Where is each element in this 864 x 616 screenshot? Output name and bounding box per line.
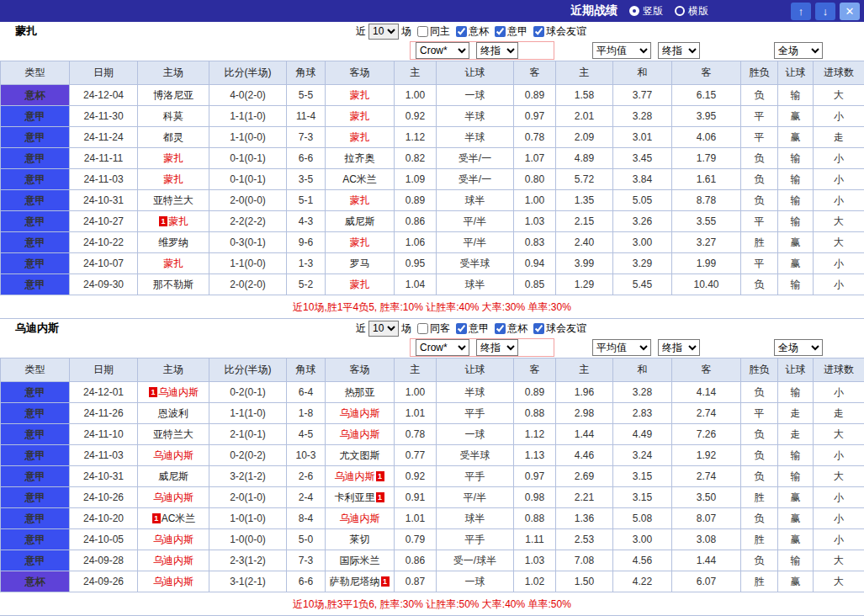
date-cell: 24-10-22	[70, 232, 138, 253]
match-count-select[interactable]: 10	[368, 24, 399, 40]
filter-cup[interactable]: 意杯	[456, 24, 489, 39]
move-up-button[interactable]: ↑	[791, 3, 811, 20]
filter-league[interactable]: 意甲	[495, 24, 527, 39]
score-cell: 2-0(1-0)	[209, 487, 287, 508]
filter-checkbox[interactable]	[495, 323, 506, 334]
asia-home-odds-cell: 0.92	[395, 466, 437, 487]
handicap-result-cell: 输	[778, 190, 814, 211]
euro-away-odds-cell: 10.40	[672, 274, 741, 295]
filter-friendly[interactable]: 球会友谊	[533, 321, 586, 336]
titlebar-buttons: ↑ ↓ ✕	[791, 3, 860, 20]
column-header: 让球	[778, 358, 814, 382]
asia-away-odds-cell: 0.89	[514, 382, 556, 403]
red-card-icon: 1	[376, 492, 384, 502]
layout-vertical-option[interactable]: 竖版	[629, 4, 663, 19]
matches-label: 场	[401, 321, 411, 336]
column-header: 主	[395, 358, 437, 382]
asia-away-odds-cell: 0.85	[514, 274, 556, 295]
column-header: 主	[556, 358, 613, 382]
match-row: 意甲24-10-22维罗纳0-3(0-1)9-6蒙扎1.06平/半0.832.4…	[1, 232, 864, 253]
asia-final-odds-select[interactable]: 终指	[476, 339, 518, 356]
filter-checkbox[interactable]	[456, 323, 467, 334]
result-cell: 负	[741, 445, 778, 466]
filter-cup[interactable]: 意杯	[495, 321, 527, 336]
match-count-select[interactable]: 10	[368, 321, 399, 337]
filter-checkbox[interactable]	[495, 26, 506, 37]
column-header: 主场	[138, 358, 209, 382]
results-table: 类型日期主场比分(半场)角球客场主让球客主和客胜负让球进球数 意甲24-12-0…	[0, 358, 864, 592]
team-cell: 1乌迪内斯	[138, 382, 209, 403]
euro-draw-odds-cell: 3.28	[613, 382, 672, 403]
filter-checkbox[interactable]	[417, 323, 428, 334]
summary-row: 近10场,胜1平4负5, 胜率:10% 让胜率:40% 大率:30% 单率:30…	[0, 295, 864, 319]
euro-draw-odds-cell: 4.56	[613, 550, 672, 571]
filter-checkbox[interactable]	[533, 26, 544, 37]
score-cell: 4-0(2-0)	[209, 85, 287, 106]
match-scope-select[interactable]: 全场	[774, 42, 823, 59]
results-body: 意杯24-12-04博洛尼亚4-0(2-0)5-5蒙扎1.00一球0.891.5…	[1, 85, 864, 295]
euro-away-odds-cell: 1.99	[672, 253, 741, 274]
filter-checkbox[interactable]	[417, 26, 428, 37]
filter-group: 近 10 场 同主 意杯 意甲 球会友谊	[356, 22, 586, 40]
euro-final-odds-select[interactable]: 终指	[658, 42, 700, 59]
euro-home-odds-cell: 2.98	[556, 403, 613, 424]
handicap-result-cell: 输	[778, 382, 814, 403]
filter-league[interactable]: 意甲	[456, 321, 489, 336]
result-cell: 胜	[741, 571, 778, 592]
goals-result-cell: 小	[814, 253, 864, 274]
handicap-result-cell: 赢	[778, 106, 814, 127]
column-header: 类型	[1, 61, 70, 85]
result-cell: 负	[741, 424, 778, 445]
euro-home-odds-cell: 1.29	[556, 274, 613, 295]
asia-home-odds-cell: 1.01	[395, 508, 437, 529]
move-down-button[interactable]: ↓	[815, 3, 835, 20]
title-group: 近期战绩 竖版 横版	[570, 3, 720, 19]
results-table: 类型日期主场比分(半场)角球客场主让球客主和客胜负让球进球数 意杯24-12-0…	[0, 61, 864, 295]
team-name: 威尼斯	[158, 470, 188, 482]
goals-result-cell: 小	[814, 508, 864, 529]
euro-home-odds-cell: 2.01	[556, 106, 613, 127]
team-cell: AC米兰	[326, 169, 395, 190]
asia-home-odds-cell: 1.06	[395, 232, 437, 253]
asia-handicap-cell: 受半/一	[437, 148, 514, 169]
odds-company-select[interactable]: Crow*	[416, 42, 469, 59]
team-cell: 尤文图斯	[326, 445, 395, 466]
score-cell: 2-0(0-0)	[209, 190, 287, 211]
goals-result-cell: 小	[814, 445, 864, 466]
euro-home-odds-cell: 1.58	[556, 85, 613, 106]
filter-friendly[interactable]: 球会友谊	[533, 24, 586, 39]
date-cell: 24-11-11	[70, 148, 138, 169]
odds-company-select[interactable]: Crow*	[416, 339, 469, 356]
window-title: 近期战绩	[570, 3, 618, 19]
match-row: 意杯24-12-04博洛尼亚4-0(2-0)5-5蒙扎1.00一球0.891.5…	[1, 85, 864, 106]
date-cell: 24-10-20	[70, 508, 138, 529]
column-header: 进球数	[814, 61, 864, 85]
layout-horizontal-option[interactable]: 横版	[675, 4, 708, 19]
match-scope-select[interactable]: 全场	[774, 339, 823, 356]
team-cell: 乌迪内斯	[138, 550, 209, 571]
date-cell: 24-09-28	[70, 550, 138, 571]
team-name: 尤文图斯	[340, 449, 380, 461]
euro-average-select[interactable]: 平均值	[592, 42, 651, 59]
euro-draw-odds-cell: 4.49	[613, 424, 672, 445]
euro-home-odds-cell: 4.89	[556, 148, 613, 169]
filter-checkbox[interactable]	[533, 323, 544, 334]
handicap-result-cell: 输	[778, 466, 814, 487]
corner-cell: 5-1	[287, 190, 326, 211]
team-cell: 乌迪内斯	[138, 445, 209, 466]
asia-home-odds-cell: 0.86	[395, 211, 437, 232]
team-cell: 恩波利	[138, 403, 209, 424]
team-name: 博洛尼亚	[153, 89, 193, 101]
filter-same-venue[interactable]: 同主	[417, 24, 450, 39]
close-button[interactable]: ✕	[840, 3, 860, 20]
team-name: 乌迪内斯	[340, 407, 380, 419]
filter-checkbox[interactable]	[456, 26, 467, 37]
filter-same-venue[interactable]: 同客	[417, 321, 450, 336]
euro-away-odds-cell: 7.26	[672, 424, 741, 445]
euro-average-select[interactable]: 平均值	[592, 339, 651, 356]
goals-result-cell: 大	[814, 424, 864, 445]
euro-home-odds-cell: 7.08	[556, 550, 613, 571]
euro-final-odds-select[interactable]: 终指	[658, 339, 700, 356]
asia-final-odds-select[interactable]: 终指	[476, 42, 518, 59]
date-cell: 24-10-27	[70, 211, 138, 232]
